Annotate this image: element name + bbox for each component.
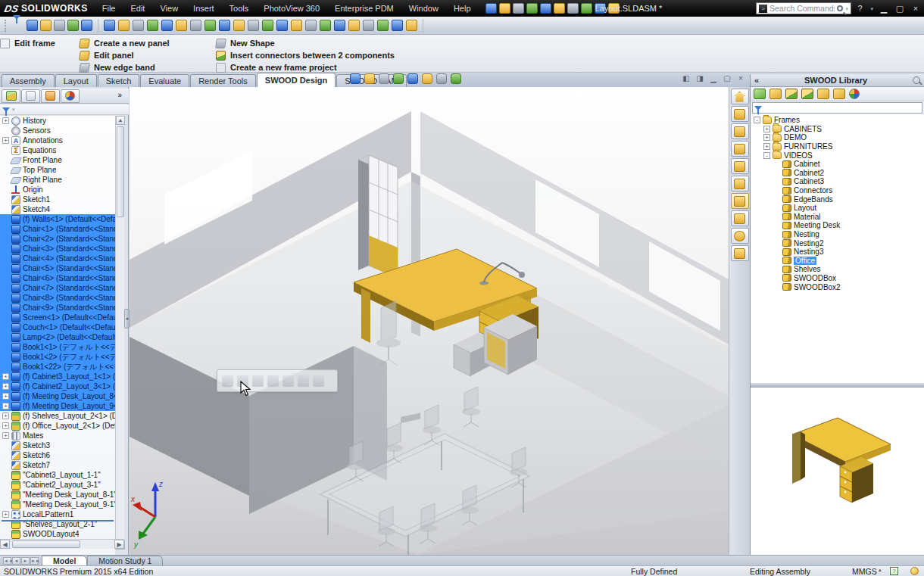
next-tab-icon[interactable]: ► <box>21 557 30 565</box>
library-tree-item[interactable]: Material <box>751 213 924 222</box>
restore-button[interactable]: ▢ <box>894 4 905 14</box>
zoom-to-area-icon[interactable] <box>364 73 375 84</box>
edit-panel-icon[interactable] <box>219 20 230 31</box>
units-selector[interactable]: MMGS <box>852 567 877 576</box>
feature-tree-item[interactable]: + LocalLPattern1 <box>0 509 115 519</box>
tab-nav-buttons[interactable]: ◄◄ ◄ ► ►► <box>0 556 42 565</box>
task-pane-tab[interactable] <box>731 210 749 226</box>
units-dropdown-icon[interactable]: ▴ <box>879 567 882 573</box>
expand-toggle[interactable] <box>2 363 9 370</box>
filter-dropdown-icon[interactable]: ▾ <box>12 107 15 112</box>
pencil-icon[interactable] <box>291 20 302 31</box>
cutlist-icon[interactable] <box>348 20 360 31</box>
viewport-window-button[interactable]: ▁ <box>709 74 718 83</box>
panel-splitter-handle[interactable]: ◂ <box>124 309 130 328</box>
library-tree-item[interactable]: Office <box>751 257 924 266</box>
machine-center-icon[interactable] <box>334 20 345 31</box>
task-pane-tab[interactable] <box>731 89 749 104</box>
scroll-thumb[interactable] <box>117 126 124 217</box>
task-pane-tab[interactable] <box>731 158 749 174</box>
pointer-alt-icon[interactable] <box>81 20 92 31</box>
feature-tree-item[interactable]: + Annotations <box>0 135 115 145</box>
feature-tree-item[interactable]: "Meeting Desk_Layout_8-1" <box>0 490 115 500</box>
feature-tree-item[interactable]: Top Plane <box>0 165 115 175</box>
scroll-up-icon[interactable]: ▲ <box>116 116 125 125</box>
feature-tree-item[interactable]: + History <box>0 116 115 126</box>
viewport-window-button[interactable]: × <box>736 74 745 83</box>
zoom-to-selection-icon[interactable] <box>222 375 233 387</box>
feature-tree-item[interactable]: + Mates <box>0 431 115 441</box>
expand-toggle[interactable]: + <box>2 393 9 400</box>
expand-toggle[interactable] <box>2 196 9 203</box>
tree-filter-row[interactable]: ▾ <box>0 104 129 115</box>
panel-green-icon[interactable] <box>133 20 144 31</box>
expand-toggle[interactable] <box>2 442 9 449</box>
machining-icon[interactable] <box>262 20 273 31</box>
expand-toggle[interactable] <box>2 206 9 213</box>
tree-horizontal-scrollbar[interactable]: ◀ ▶ <box>0 539 124 549</box>
command-link[interactable]: Insert connectors between 2 components <box>216 49 395 61</box>
arrow-export-icon[interactable] <box>305 20 317 31</box>
expand-toggle[interactable]: - <box>754 117 760 123</box>
expand-toggle[interactable] <box>2 216 9 223</box>
library-tree-item[interactable]: Cabinet3 <box>751 177 924 186</box>
scroll-right-icon[interactable]: ▶ <box>114 540 124 549</box>
expand-toggle[interactable] <box>773 170 780 176</box>
library-tree-item[interactable]: Cabinet2 <box>751 169 924 178</box>
menu-item[interactable]: Window <box>402 2 445 15</box>
search-icon[interactable] <box>837 5 843 11</box>
feature-tree-item[interactable]: + (f) Office_Layout_2<1> (Default- <box>0 421 115 431</box>
viewport-3d-scene[interactable]: x y z <box>130 87 729 555</box>
import-icon[interactable] <box>320 20 331 31</box>
expand-toggle[interactable] <box>773 178 780 185</box>
feature-tree-item[interactable]: SWOODLayout4 <box>0 529 115 539</box>
macro-pen-icon[interactable] <box>485 3 497 14</box>
expand-toggle[interactable] <box>2 462 9 469</box>
expand-toggle[interactable] <box>773 187 780 194</box>
expand-toggle[interactable] <box>2 353 9 360</box>
command-link[interactable]: New edge band <box>80 61 155 73</box>
feature-tree-item[interactable]: Lamp<2> (Default<<Default> D <box>0 332 115 342</box>
expand-toggle[interactable] <box>2 186 9 193</box>
expand-toggle[interactable]: + <box>2 373 9 380</box>
swood-edgeband-icon[interactable] <box>801 89 813 99</box>
tag-icon[interactable]: ? <box>890 567 898 575</box>
feature-tree-item[interactable]: (f) Walls<1> (Default<<Default> <box>0 214 115 224</box>
select-face-icon[interactable] <box>54 20 65 31</box>
command-link[interactable]: Create a new frame project <box>216 61 337 73</box>
library-tree-item[interactable]: Connectors <box>751 186 924 195</box>
expand-toggle[interactable] <box>773 160 780 167</box>
expand-toggle[interactable]: + <box>763 143 770 150</box>
library-tree-item[interactable]: Shelves <box>751 265 924 274</box>
expand-toggle[interactable]: + <box>2 403 9 409</box>
feature-tree-item[interactable]: Chair<8> (Standard<<Standard <box>0 293 115 303</box>
expand-toggle[interactable] <box>2 285 9 291</box>
command-tab[interactable]: Assembly <box>2 74 55 87</box>
expand-toggle[interactable]: + <box>763 126 770 132</box>
shelf-unit[interactable] <box>358 155 398 278</box>
expand-toggle[interactable]: - <box>763 152 770 159</box>
command-link[interactable]: Edit frame <box>0 37 55 49</box>
expand-toggle[interactable] <box>2 304 9 311</box>
scroll-left-icon[interactable]: ◀ <box>0 540 10 549</box>
hide-show-items-icon[interactable] <box>422 73 432 84</box>
expand-toggle[interactable] <box>2 344 9 350</box>
isolate-icon[interactable] <box>267 375 279 387</box>
expand-toggle[interactable] <box>2 501 9 508</box>
library-tree-item[interactable]: Nesting2 <box>751 238 924 248</box>
feature-tree-item[interactable]: Sensors <box>0 126 115 135</box>
library-tree-item[interactable]: Nesting <box>751 230 924 239</box>
feature-tree-item[interactable]: "Meeting Desk_Layout_9-1" <box>0 500 115 509</box>
expand-toggle[interactable] <box>2 226 9 232</box>
expand-toggle[interactable] <box>2 481 9 488</box>
expand-toggle[interactable] <box>2 324 9 331</box>
menu-item[interactable]: PhotoView 360 <box>257 2 326 15</box>
feature-tree-item[interactable]: Chair<9> (Standard<<Standard <box>0 303 115 313</box>
command-link[interactable]: Create a new panel <box>80 37 170 49</box>
expand-toggle[interactable] <box>773 240 780 247</box>
expand-toggle[interactable] <box>2 147 9 154</box>
menu-item[interactable]: Tools <box>223 2 256 15</box>
menu-item[interactable]: Insert <box>186 2 221 15</box>
help-dropdown-icon[interactable]: ▾ <box>870 6 873 11</box>
menu-item[interactable]: View <box>153 2 185 15</box>
